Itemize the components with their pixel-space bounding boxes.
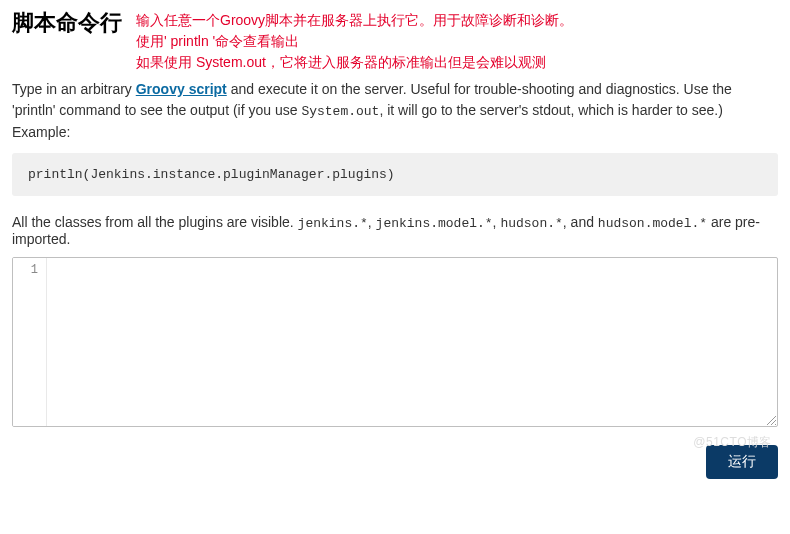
sep3: , and bbox=[563, 214, 598, 230]
system-out-code: System.out bbox=[301, 104, 379, 119]
note-line-3: 如果使用 System.out，它将进入服务器的标准输出但是会难以观测 bbox=[136, 52, 573, 73]
import-hudson: hudson.* bbox=[500, 216, 562, 231]
classes-prefix: All the classes from all the plugins are… bbox=[12, 214, 298, 230]
description-text: Type in an arbitrary Groovy script and e… bbox=[12, 79, 778, 143]
example-code-block: println(Jenkins.instance.pluginManager.p… bbox=[12, 153, 778, 196]
import-hudson-model: hudson.model.* bbox=[598, 216, 707, 231]
groovy-script-link[interactable]: Groovy script bbox=[136, 81, 227, 97]
run-button[interactable]: 运行 bbox=[706, 445, 778, 479]
resize-handle-icon[interactable] bbox=[765, 414, 777, 426]
note-line-1: 输入任意一个Groovy脚本并在服务器上执行它。用于故障诊断和诊断。 bbox=[136, 10, 573, 31]
script-editor[interactable]: 1 bbox=[12, 257, 778, 427]
editor-gutter: 1 bbox=[13, 258, 47, 426]
import-jenkins: jenkins.* bbox=[298, 216, 368, 231]
page-title: 脚本命令行 bbox=[12, 8, 122, 38]
sep1: , bbox=[368, 214, 376, 230]
desc-prefix: Type in an arbitrary bbox=[12, 81, 136, 97]
import-jenkins-model: jenkins.model.* bbox=[376, 216, 493, 231]
classes-note: All the classes from all the plugins are… bbox=[12, 214, 778, 247]
translation-note: 输入任意一个Groovy脚本并在服务器上执行它。用于故障诊断和诊断。 使用' p… bbox=[136, 10, 573, 73]
editor-textarea[interactable] bbox=[47, 258, 777, 426]
line-number: 1 bbox=[13, 261, 46, 279]
note-line-2: 使用' println '命令查看输出 bbox=[136, 31, 573, 52]
